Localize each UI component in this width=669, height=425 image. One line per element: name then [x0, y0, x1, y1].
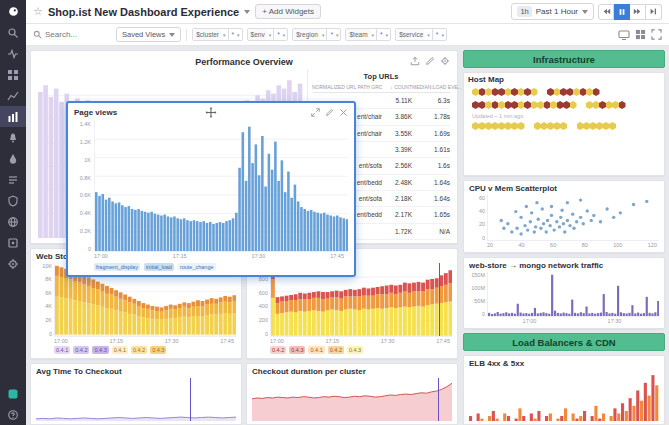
jump-to-live-button[interactable] — [646, 4, 662, 20]
host-hexagon[interactable] — [609, 122, 616, 130]
host-hexagon[interactable] — [580, 88, 587, 96]
host-hexagon[interactable] — [619, 101, 626, 109]
host-hexagon[interactable] — [485, 88, 492, 96]
host-hexagon[interactable] — [593, 101, 600, 109]
host-hexagon[interactable] — [554, 88, 561, 96]
host-hexagon[interactable] — [560, 88, 567, 96]
host-hexagon[interactable] — [479, 122, 486, 130]
host-hexagon[interactable] — [531, 101, 538, 109]
host-hexagon[interactable] — [505, 88, 512, 96]
legend-item[interactable]: 0.4.3 — [150, 346, 166, 354]
settings-icon[interactable] — [0, 253, 26, 274]
synthetics-icon[interactable] — [0, 211, 26, 232]
grid-layout-icon[interactable] — [635, 29, 646, 40]
integrations-icon[interactable] — [0, 232, 26, 253]
host-hexagon[interactable] — [586, 88, 593, 96]
host-hexagon[interactable] — [531, 88, 538, 96]
host-hexagon[interactable] — [472, 122, 479, 130]
host-hexagon[interactable] — [492, 88, 499, 96]
logs-icon[interactable] — [0, 169, 26, 190]
host-hexagon[interactable] — [485, 101, 492, 109]
host-hexagon[interactable] — [472, 101, 479, 109]
metrics-icon[interactable] — [0, 85, 26, 106]
column-header-count[interactable]: ↓ COUNT — [382, 84, 412, 90]
edit-pencil-icon[interactable] — [325, 108, 334, 117]
legend-item[interactable]: 0.4.2 — [270, 346, 286, 354]
host-hexagon[interactable] — [577, 122, 584, 130]
pause-button[interactable] — [614, 4, 630, 20]
favorite-star-icon[interactable]: ☆ — [33, 6, 43, 17]
chevron-down-icon[interactable] — [244, 10, 250, 14]
host-hexagon[interactable] — [537, 101, 544, 109]
watchdog-icon[interactable] — [0, 43, 26, 64]
legend-item[interactable]: 0.4.2 — [73, 346, 89, 354]
legend-item[interactable]: route_change — [178, 263, 216, 271]
legend-item[interactable]: 0.4.2 — [131, 346, 147, 354]
legend-item[interactable]: 0.4.2 — [328, 346, 344, 354]
host-hexagon[interactable] — [563, 101, 570, 109]
host-hexagon[interactable] — [547, 122, 554, 130]
legend-item[interactable]: fragment_display — [94, 263, 140, 271]
legend-item[interactable]: 0.4.3 — [289, 346, 305, 354]
host-hexagon[interactable] — [603, 122, 610, 130]
export-icon[interactable] — [410, 56, 420, 66]
host-hexagon[interactable] — [492, 101, 499, 109]
search-icon[interactable] — [0, 22, 26, 43]
host-hexagon[interactable] — [541, 122, 548, 130]
infrastructure-icon[interactable] — [0, 64, 26, 85]
host-hexagon[interactable] — [492, 122, 499, 130]
monitors-icon[interactable] — [0, 127, 26, 148]
host-hexagon[interactable] — [557, 101, 564, 109]
checkout-duration-chart[interactable] — [252, 378, 452, 421]
host-hexagon[interactable] — [485, 122, 492, 130]
legend-item[interactable]: 0.4.1 — [54, 346, 70, 354]
host-hexagon[interactable] — [472, 88, 479, 96]
host-hexagon[interactable] — [554, 122, 561, 130]
skip-forward-button[interactable] — [630, 4, 646, 20]
host-hexagon[interactable] — [606, 101, 613, 109]
security-icon[interactable] — [0, 190, 26, 211]
column-header-url[interactable]: NORMALIZED URL PATH GRO... — [312, 84, 382, 90]
host-hexagon[interactable] — [590, 122, 597, 130]
host-hexagon[interactable] — [498, 101, 505, 109]
host-hexagon[interactable] — [511, 88, 518, 96]
legend-item[interactable]: 0.4.1 — [308, 346, 324, 354]
close-icon[interactable] — [339, 108, 348, 117]
host-hexagon[interactable] — [586, 101, 593, 109]
template-var-pill[interactable]: $service▾*▾ — [395, 28, 447, 41]
saved-views-select[interactable]: Saved Views — [116, 27, 181, 42]
move-cursor-icon[interactable] — [206, 107, 217, 118]
host-hexagon[interactable] — [479, 88, 486, 96]
host-hexagon[interactable] — [524, 101, 531, 109]
edit-pencil-icon[interactable] — [425, 56, 435, 66]
page-views-chart[interactable] — [94, 121, 348, 252]
host-hexagon[interactable] — [511, 122, 518, 130]
help-icon[interactable] — [0, 404, 26, 425]
host-hexagon[interactable] — [505, 101, 512, 109]
gear-icon[interactable] — [440, 56, 450, 66]
dashboards-icon[interactable] — [0, 106, 26, 127]
scatter-chart[interactable] — [487, 195, 659, 241]
host-hexagon[interactable] — [518, 101, 525, 109]
host-hexagon[interactable] — [560, 122, 567, 130]
column-header-median[interactable]: MEDIAN:LOAD EVE... — [412, 84, 450, 90]
host-hexagon[interactable] — [567, 88, 574, 96]
skip-back-button[interactable] — [598, 4, 614, 20]
host-hexagon[interactable] — [505, 122, 512, 130]
host-hexagon[interactable] — [570, 101, 577, 109]
host-hexagon[interactable] — [550, 101, 557, 109]
legend-item[interactable]: 0.4.3 — [347, 346, 363, 354]
search-input[interactable] — [45, 30, 105, 39]
host-hexagon[interactable] — [518, 88, 525, 96]
elb-chart[interactable] — [469, 370, 659, 421]
expand-icon[interactable] — [311, 108, 320, 117]
org-icon[interactable] — [0, 383, 26, 404]
legend-item[interactable]: 0.4.3 — [92, 346, 108, 354]
host-hexagon[interactable] — [511, 101, 518, 109]
host-hexagon[interactable] — [573, 88, 580, 96]
template-var-pill[interactable]: $region▾*▾ — [292, 28, 341, 41]
search-box[interactable] — [33, 30, 111, 39]
apm-icon[interactable] — [0, 148, 26, 169]
add-widgets-button[interactable]: + Add Widgets — [255, 4, 321, 19]
avg-checkout-chart[interactable] — [36, 378, 236, 421]
